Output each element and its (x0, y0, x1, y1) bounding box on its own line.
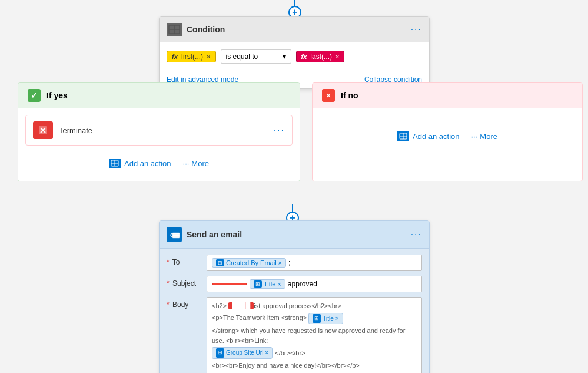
more-label-no: More (480, 132, 497, 141)
add-action-label-no: Add an action (413, 132, 460, 141)
check-icon: ✓ (28, 89, 41, 102)
add-action-button-no[interactable]: Add an action (397, 131, 460, 141)
operator-value: is equal to (226, 52, 258, 61)
body-line2: <p>The Teamwork item <strong> ⊞ Title × (212, 313, 417, 325)
condition-menu-button[interactable]: ··· (411, 24, 422, 35)
body-url-token-icon: ⊞ (216, 348, 224, 358)
branch-no-body: Add an action ··· More (313, 108, 582, 154)
terminate-label: Terminate (59, 126, 92, 135)
send-email-menu-button[interactable]: ··· (411, 229, 422, 240)
to-token-text: Created By Email (226, 259, 277, 266)
body-token-icon: ⊞ (313, 314, 321, 324)
subject-required: * (167, 279, 170, 288)
body-required: * (167, 301, 170, 309)
send-email-title: Send an email (187, 230, 242, 239)
subject-token-icon: ⊞ (254, 280, 262, 288)
condition-header-left: Condition (167, 23, 225, 36)
add-action-button-yes[interactable]: Add an action (109, 159, 171, 168)
body-line5: <br><br>Enjoy and have a nice day!</br><… (212, 361, 417, 371)
condition-icon (167, 23, 182, 36)
body-title-token[interactable]: ⊞ Title × (308, 313, 343, 325)
svg-rect-14 (172, 233, 180, 238)
subject-field-row: * Subject ⊞ Title × approved (167, 276, 422, 292)
to-token-close[interactable]: × (278, 259, 282, 266)
condition-right-token[interactable]: fx last(...) × (296, 51, 345, 62)
branch-no-header: × If no (313, 83, 582, 108)
subject-redacted-token (212, 283, 247, 285)
terminate-action-left: Terminate (33, 121, 92, 139)
subject-input[interactable]: ⊞ Title × approved (207, 276, 422, 292)
connector-line-mid (292, 204, 293, 212)
subject-token-text: Title (264, 280, 275, 288)
more-button-no[interactable]: ··· More (471, 132, 497, 141)
branch-yes: ✓ If yes Terminate ··· (18, 82, 300, 181)
subject-title-token[interactable]: ⊞ Title × (250, 279, 285, 289)
to-token-icon: ⊞ (216, 259, 224, 266)
condition-left-token-text: first(...) (181, 52, 203, 61)
add-action-icon-yes (109, 159, 121, 168)
body-url-token-text: Group Site Url (226, 348, 263, 357)
add-action-label-yes: Add an action (124, 159, 171, 168)
condition-card: Condition ··· fx first(...) × is equal t… (159, 16, 430, 89)
branch-no: × If no Add an action ··· More (312, 82, 583, 181)
body-url-token-close[interactable]: × (265, 348, 268, 357)
add-action-row-no: Add an action ··· More (320, 126, 575, 147)
more-label-yes: More (191, 159, 209, 168)
send-email-card: O Send an email ··· * To ⊞ Created By Em… (159, 220, 430, 373)
body-line1: <h2> ████ist approval process</h2><br> (212, 301, 417, 311)
fx-icon-left: fx (172, 53, 178, 60)
branch-yes-body: Terminate ··· Add an action ··· More (18, 108, 300, 181)
to-semicolon: ; (288, 259, 290, 267)
condition-body: fx first(...) × is equal to ▾ fx last(..… (160, 42, 429, 75)
more-dots-yes: ··· (183, 159, 190, 168)
condition-operator-select[interactable]: is equal to ▾ (221, 49, 291, 64)
send-email-header: O Send an email ··· (160, 221, 429, 249)
branch-yes-label: If yes (46, 91, 68, 100)
body-token-close[interactable]: × (335, 314, 339, 323)
more-dots-no: ··· (471, 132, 478, 141)
condition-header: Condition ··· (160, 17, 429, 42)
terminate-menu-button[interactable]: ··· (274, 125, 285, 136)
add-action-row-yes: Add an action ··· More (25, 153, 293, 174)
outlook-icon: O (167, 227, 182, 242)
body-token-text: Title (323, 314, 334, 323)
branch-no-label: If no (341, 91, 358, 100)
fx-icon-right: fx (301, 53, 307, 60)
x-icon: × (322, 89, 335, 102)
subject-label: * Subject (167, 276, 202, 288)
chevron-down-icon: ▾ (283, 52, 286, 61)
body-url-token[interactable]: ⊞ Group Site Url × (212, 347, 273, 359)
subject-token-close[interactable]: × (277, 280, 281, 288)
email-body: * To ⊞ Created By Email × ; * Subject (160, 249, 429, 373)
condition-left-token-close[interactable]: × (207, 53, 210, 60)
body-line4: ⊞ Group Site Url × </br></br> (212, 347, 417, 359)
to-input[interactable]: ⊞ Created By Email × ; (207, 255, 422, 271)
body-line3: </strong> which you have requested is no… (212, 326, 417, 345)
branch-yes-header: ✓ If yes (18, 83, 300, 108)
flow-canvas: + Condition ··· fx first(...) × (0, 0, 588, 373)
to-required: * (167, 258, 170, 266)
send-email-header-left: O Send an email (167, 227, 242, 242)
connector-line-top (294, 0, 295, 6)
condition-right-token-close[interactable]: × (335, 53, 339, 60)
body-input[interactable]: <h2> ████ist approval process</h2><br> <… (207, 297, 422, 373)
subject-approved-text: approved (288, 280, 317, 288)
more-button-yes[interactable]: ··· More (183, 159, 209, 168)
condition-row: fx first(...) × is equal to ▾ fx last(..… (167, 49, 422, 64)
to-label: * To (167, 255, 202, 266)
condition-left-token[interactable]: fx first(...) × (167, 51, 216, 62)
condition-title: Condition (187, 25, 225, 34)
terminate-action-card: Terminate ··· (25, 115, 293, 146)
body-label: * Body (167, 297, 202, 309)
add-action-icon-no (397, 131, 409, 141)
to-field-row: * To ⊞ Created By Email × ; (167, 255, 422, 271)
body-field-row: * Body <h2> ████ist approval process</h2… (167, 297, 422, 373)
branches-container: ✓ If yes Terminate ··· (18, 82, 583, 181)
condition-right-token-text: last(...) (310, 52, 332, 61)
terminate-icon (33, 121, 53, 139)
to-token[interactable]: ⊞ Created By Email × (212, 258, 286, 268)
